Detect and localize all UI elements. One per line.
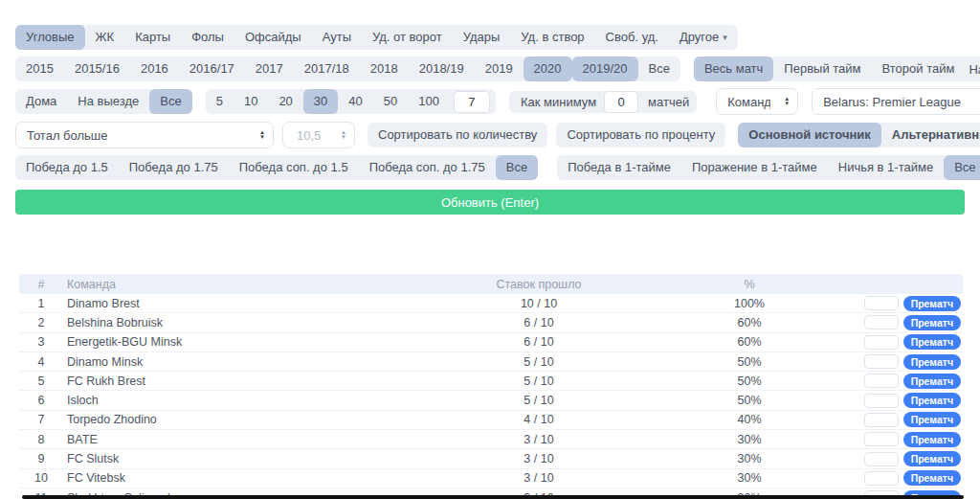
metric-tab-shots-on-target[interactable]: Уд. в створ [510, 25, 594, 50]
prematch-button[interactable]: Прематч [903, 354, 961, 370]
row-input[interactable] [864, 354, 899, 369]
season-button-season-2015[interactable]: 2015 [15, 57, 64, 81]
win-filter-win-to-1-75[interactable]: Победа до 1.75 [119, 155, 229, 180]
team-name: Dinamo Minsk [63, 355, 419, 369]
team-name: BATE [63, 433, 419, 446]
total-select[interactable]: Тотал больше [15, 122, 274, 148]
table-row: 10 FC Vitebsk 3 / 10 30% Прематч [19, 469, 963, 488]
row-input[interactable] [864, 296, 899, 310]
win-filter-opp-win-to-1-75[interactable]: Победа соп. до 1.75 [359, 155, 496, 180]
metric-tab-throw-ins[interactable]: Ауты [312, 25, 362, 50]
win-filter-all[interactable]: Все [496, 155, 538, 180]
bets-passed: 5 / 10 [419, 355, 658, 369]
halftime-filter-all[interactable]: Все [944, 155, 980, 180]
source-button-alt-source[interactable]: Альтернативный источник [881, 123, 980, 147]
row-input[interactable] [864, 394, 899, 408]
season-button-season-2020[interactable]: 2020 [523, 57, 572, 81]
halftime-filter-draw-1st-half[interactable]: Ничья в 1-тайме [828, 155, 944, 180]
odds-filters-row: Победа до 1.5Победа до 1.75Победа соп. д… [15, 155, 965, 180]
row-input[interactable] [864, 452, 899, 466]
win-filter-win-to-1-5[interactable]: Победа до 1.5 [15, 155, 119, 180]
metric-tab-shots[interactable]: Удары [453, 25, 511, 50]
count-button-last-100[interactable]: 100 [408, 89, 450, 114]
halftime-filters-group: Победа в 1-таймеПоражение в 1-таймеНичья… [557, 155, 980, 180]
row-number: 1 [19, 297, 63, 310]
row-input[interactable] [864, 335, 899, 350]
percent-value: 30% [658, 471, 840, 485]
metric-tab-yellow-cards[interactable]: ЖК [85, 25, 125, 50]
total-value-input[interactable] [282, 122, 355, 148]
period-button-second-half[interactable]: Второй тайм [872, 57, 966, 81]
venue-button-away[interactable]: На выезде [67, 89, 149, 114]
row-input[interactable] [864, 432, 899, 446]
row-number: 2 [19, 316, 63, 329]
row-controls: Прематч [840, 374, 963, 389]
row-input[interactable] [864, 374, 899, 388]
metric-tab-goal-kicks[interactable]: Уд. от ворот [362, 25, 453, 50]
row-input[interactable] [864, 413, 899, 427]
season-button-season-2017[interactable]: 2017 [245, 57, 294, 81]
metric-tab-other[interactable]: Другое▾ [669, 25, 738, 50]
count-button-last-20[interactable]: 20 [268, 89, 302, 114]
row-input[interactable] [864, 471, 899, 486]
total-sort-row: Тотал больше ▲▼ ▲▼ Сортировать по количе… [15, 122, 965, 148]
header-pct: % [658, 278, 840, 291]
prematch-button[interactable]: Прематч [903, 374, 961, 389]
metric-tab-corners[interactable]: Угловые [15, 25, 85, 50]
count-button-last-50[interactable]: 50 [373, 89, 408, 114]
refresh-button[interactable]: Обновить (Enter) [15, 190, 965, 215]
row-controls: Прематч [840, 432, 963, 447]
count-button-last-40[interactable]: 40 [338, 89, 372, 114]
row-controls: Прематч [840, 393, 963, 408]
source-button-main-source[interactable]: Основной источник [738, 123, 880, 147]
prematch-button[interactable]: Прематч [903, 412, 961, 427]
venue-button-home[interactable]: Дома [15, 89, 67, 114]
header-num: # [19, 278, 63, 291]
count-button-last-30[interactable]: 30 [303, 89, 338, 114]
season-button-season-2018[interactable]: 2018 [360, 57, 409, 81]
bets-passed: 6 / 10 [419, 316, 658, 329]
count-button-last-5[interactable]: 5 [206, 89, 234, 114]
season-button-season-all[interactable]: Все [638, 57, 680, 81]
teams-select[interactable]: Команды [716, 88, 798, 115]
total-value-wrap: ▲▼ [282, 122, 355, 148]
row-input[interactable] [864, 315, 899, 329]
metric-tab-offsides[interactable]: Офсайды [234, 25, 312, 50]
bets-passed: 3 / 10 [419, 471, 658, 485]
prematch-button[interactable]: Прематч [903, 315, 961, 330]
period-button-full-match[interactable]: Весь матч [694, 57, 773, 81]
results-table: # Команда Ставок прошло % 1 Dinamo Brest… [19, 274, 963, 499]
prematch-button[interactable]: Прематч [903, 393, 961, 408]
metric-tab-free-kicks[interactable]: Своб. уд. [595, 25, 669, 50]
prematch-button[interactable]: Прематч [903, 470, 961, 486]
bottom-edge-bar [22, 495, 964, 499]
league-select[interactable]: Belarus: Premier League [812, 88, 980, 115]
season-button-season-2018-19[interactable]: 2018/19 [409, 57, 475, 81]
team-name: Dinamo Brest [63, 297, 419, 310]
percent-value: 30% [658, 452, 840, 465]
halftime-filter-win-1st-half[interactable]: Победа в 1-тайме [557, 155, 681, 180]
season-button-season-2016[interactable]: 2016 [130, 57, 179, 81]
metric-tab-fouls[interactable]: Фолы [181, 25, 234, 50]
prematch-button[interactable]: Прематч [903, 432, 961, 447]
period-button-first-half[interactable]: Первый тайм [773, 57, 871, 81]
total-select-wrap: Тотал больше ▲▼ [15, 122, 274, 148]
sort-by-percent-button[interactable]: Сортировать по проценту [556, 123, 725, 147]
season-button-season-2016-17[interactable]: 2016/17 [179, 57, 245, 81]
percent-value: 30% [658, 433, 840, 446]
prematch-button[interactable]: Прематч [903, 451, 961, 466]
season-button-season-2015-16[interactable]: 2015/16 [64, 57, 130, 81]
win-filter-opp-win-to-1-5[interactable]: Победа соп. до 1.5 [229, 155, 359, 180]
season-button-season-2017-18[interactable]: 2017/18 [294, 57, 360, 81]
season-button-season-2019-20[interactable]: 2019/20 [572, 57, 638, 81]
count-button-last-10[interactable]: 10 [234, 89, 268, 114]
custom-count-input[interactable] [454, 91, 490, 113]
sort-by-count-button[interactable]: Сортировать по количеству [368, 123, 547, 147]
metric-tab-cards[interactable]: Карты [124, 25, 181, 50]
min-matches-input[interactable] [604, 91, 638, 113]
venue-button-all[interactable]: Все [149, 89, 191, 114]
season-button-season-2019[interactable]: 2019 [475, 57, 523, 81]
prematch-button[interactable]: Прематч [903, 334, 961, 350]
halftime-filter-loss-1st-half[interactable]: Поражение в 1-тайме [681, 155, 828, 180]
prematch-button[interactable]: Прематч [903, 296, 961, 311]
